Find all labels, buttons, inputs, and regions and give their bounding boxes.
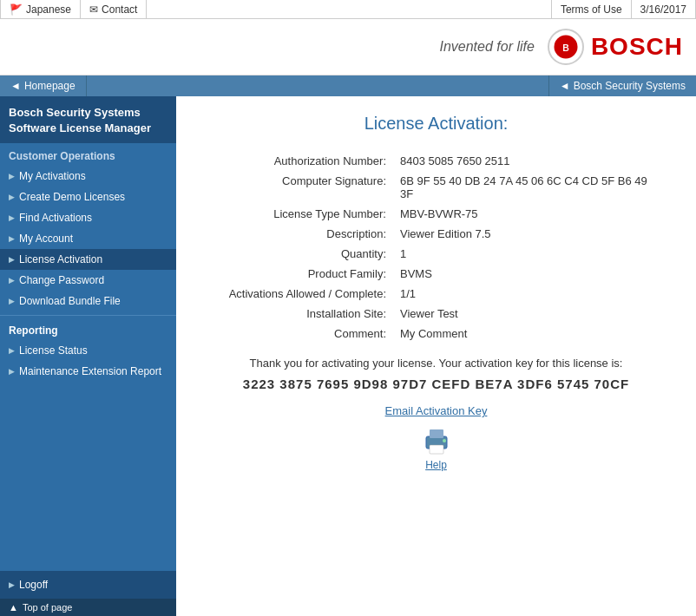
top-bar: 🚩 Japanese ✉ Contact Terms of Use 3/16/2… (0, 0, 696, 19)
field-value: Viewer Test (393, 304, 670, 324)
field-label: Comment: (202, 324, 393, 344)
japanese-button[interactable]: 🚩 Japanese (0, 0, 81, 18)
arrow-icon: ▶ (9, 234, 15, 243)
sidebar-divider (0, 315, 176, 316)
contact-button[interactable]: ✉ Contact (81, 0, 147, 18)
field-label: Description: (202, 224, 393, 244)
field-label: Installation Site: (202, 304, 393, 324)
table-row: Installation Site:Viewer Test (202, 304, 670, 324)
arrow-icon: ▶ (9, 172, 15, 180)
field-value: 1/1 (393, 284, 670, 304)
field-label: License Type Number: (202, 204, 393, 224)
sidebar-item-my-activations[interactable]: ▶ My Activations (0, 166, 176, 187)
table-row: Activations Allowed / Complete:1/1 (202, 284, 670, 304)
table-row: Comment:My Comment (202, 324, 670, 344)
svg-rect-3 (430, 429, 443, 438)
activation-key-section: Thank you for activating your license. Y… (202, 357, 670, 391)
sidebar: Bosch Security Systems Software License … (0, 96, 176, 616)
field-value: My Comment (393, 324, 670, 344)
field-label: Authorization Number: (202, 151, 393, 171)
main-layout: Bosch Security Systems Software License … (0, 96, 696, 616)
home-link[interactable]: ◄ Homepage (0, 75, 87, 96)
sidebar-item-my-account[interactable]: ▶ My Account (0, 228, 176, 249)
arrow-icon: ▶ (9, 276, 15, 285)
email-activation-link[interactable]: Email Activation Key (202, 404, 670, 417)
sidebar-item-change-password[interactable]: ▶ Change Password (0, 270, 176, 291)
field-label: Activations Allowed / Complete: (202, 284, 393, 304)
sidebar-item-create-demo[interactable]: ▶ Create Demo Licenses (0, 187, 176, 207)
license-info-table: Authorization Number:8403 5085 7650 2511… (202, 151, 670, 344)
bosch-tagline: Invented for life (439, 39, 534, 55)
field-value: MBV-BVWR-75 (393, 204, 670, 224)
arrow-icon: ▶ (9, 255, 15, 264)
svg-text:B: B (562, 43, 569, 53)
date-display: 3/16/2017 (631, 0, 696, 18)
field-label: Computer Signature: (202, 171, 393, 204)
sidebar-item-download-bundle[interactable]: ▶ Download Bundle File (0, 291, 176, 311)
sidebar-item-license-activation[interactable]: ▶ License Activation (0, 249, 176, 270)
sidebar-item-maintenance-report[interactable]: ▶ Maintenance Extension Report (0, 361, 176, 382)
sidebar-bottom: ▶ Logoff (0, 571, 176, 599)
envelope-icon: ✉ (89, 3, 98, 16)
bosch-header: Invented for life B BOSCH (0, 19, 696, 75)
up-arrow-icon: ▲ (9, 602, 18, 613)
nav-breadcrumb: ◄ Homepage ◄ Bosch Security Systems (0, 75, 696, 96)
sidebar-logoff[interactable]: ▶ Logoff (0, 574, 176, 595)
sidebar-spacer (0, 382, 176, 571)
print-button[interactable] (421, 426, 452, 457)
customer-ops-label: Customer Operations (0, 143, 176, 166)
bosch-brand-text: BOSCH (591, 33, 683, 61)
top-of-page-link[interactable]: ▲ Top of page (0, 599, 176, 616)
sidebar-title: Bosch Security Systems Software License … (0, 96, 176, 143)
field-label: Quantity: (202, 244, 393, 264)
svg-point-5 (443, 439, 446, 442)
top-bar-right: Terms of Use 3/16/2017 (551, 0, 696, 18)
activation-key-value: 3223 3875 7695 9D98 97D7 CEFD BE7A 3DF6 … (202, 377, 670, 391)
table-row: Description:Viewer Edition 7.5 (202, 224, 670, 244)
bosch-logo-circle: B (548, 29, 584, 65)
sidebar-item-license-status[interactable]: ▶ License Status (0, 340, 176, 361)
table-row: Computer Signature:6B 9F 55 40 DB 24 7A … (202, 171, 670, 204)
arrow-icon: ▶ (9, 297, 15, 305)
field-value: Viewer Edition 7.5 (393, 224, 670, 244)
table-row: Quantity:1 (202, 244, 670, 264)
arrow-icon: ▶ (9, 213, 15, 222)
content-area: License Activation: Authorization Number… (176, 96, 696, 616)
reporting-label: Reporting (0, 319, 176, 340)
arrow-icon: ▶ (9, 580, 15, 589)
home-back-icon: ◄ (10, 80, 21, 92)
page-title: License Activation: (202, 114, 670, 134)
table-row: Authorization Number:8403 5085 7650 2511 (202, 151, 670, 171)
field-value: 1 (393, 244, 670, 264)
arrow-icon: ▶ (9, 367, 15, 376)
table-row: Product Family:BVMS (202, 264, 670, 284)
field-value: 6B 9F 55 40 DB 24 7A 45 06 6C C4 CD 5F B… (393, 171, 670, 204)
svg-rect-4 (430, 445, 443, 454)
print-section: Help (202, 426, 670, 471)
field-value: BVMS (393, 264, 670, 284)
activation-message: Thank you for activating your license. Y… (202, 357, 670, 370)
field-label: Product Family: (202, 264, 393, 284)
help-link[interactable]: Help (425, 459, 447, 471)
field-value: 8403 5085 7650 2511 (393, 151, 670, 171)
sidebar-item-find-activations[interactable]: ▶ Find Activations (0, 207, 176, 228)
arrow-icon: ▶ (9, 346, 15, 355)
arrow-icon: ▶ (9, 193, 15, 201)
flag-icon: 🚩 (10, 3, 23, 16)
table-row: License Type Number:MBV-BVWR-75 (202, 204, 670, 224)
bosch-systems-link[interactable]: ◄ Bosch Security Systems (548, 75, 696, 96)
terms-of-use-link[interactable]: Terms of Use (551, 0, 631, 18)
systems-back-icon: ◄ (560, 80, 570, 92)
